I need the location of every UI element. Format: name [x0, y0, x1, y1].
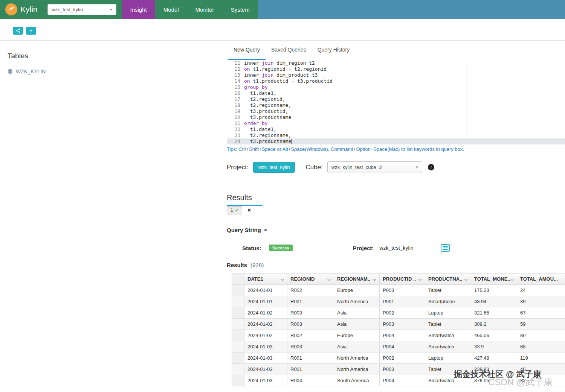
table-cell: 46	[517, 364, 565, 375]
column-header-regionid[interactable]: REGIONID	[287, 273, 334, 285]
table-cell: North America	[334, 352, 380, 364]
table-cell: Tablet	[425, 364, 471, 375]
sql-editor[interactable]: 11inner join dim_region t212on t1.region…	[227, 60, 565, 144]
cube-selector-value: wzk_kylin_test_cube_3	[331, 164, 382, 170]
table-cell: P004	[380, 375, 425, 386]
project-selector[interactable]: wzk_test_kylin ▾	[47, 4, 116, 15]
line-number: 13	[227, 72, 244, 78]
table-cell: Asia	[334, 341, 380, 352]
table-cell: P001	[380, 296, 425, 307]
add-table-button[interactable]: +	[26, 27, 36, 35]
table-cell: 465.06	[471, 330, 517, 341]
code-text: order by	[244, 120, 268, 126]
check-icon: ✓	[235, 208, 238, 213]
project-label: Project:	[227, 164, 249, 171]
status-row: Status: Success Project: wzk_test_kylin	[227, 244, 565, 252]
page-content: Tables WZK_KYLIN New QuerySaved QueriesQ…	[0, 41, 565, 392]
column-header-regionnam[interactable]: REGIONNAM..	[334, 273, 380, 285]
code-text: t2.regionname,	[244, 132, 291, 138]
column-header-total-mone[interactable]: TOTAL_MONE..	[471, 273, 517, 285]
table-row: 2024-01-03R003AsiaP004Smartwatch33.968	[232, 341, 565, 352]
editor-line-19: 19 t3.productid,	[227, 108, 565, 114]
tab-saved-queries[interactable]: Saved Queries	[266, 41, 312, 60]
sort-chevron-icon[interactable]	[327, 277, 331, 281]
sort-chevron-icon[interactable]	[464, 277, 468, 281]
tab-query-history[interactable]: Query History	[312, 41, 356, 60]
column-header-productna[interactable]: PRODUCTNA..	[425, 273, 471, 285]
info-icon[interactable]: i	[428, 164, 434, 170]
line-number: 18	[227, 102, 244, 108]
line-number: 19	[227, 108, 244, 114]
row-handle	[232, 285, 244, 296]
sort-chevron-icon[interactable]	[510, 277, 514, 281]
column-header-date1[interactable]: DATE1	[244, 273, 287, 285]
editor-line-13: 13inner join dim_product t3	[227, 72, 565, 78]
project-badge-button[interactable]: wzk_test_kylin	[253, 162, 295, 173]
tab-new-query[interactable]: New Query	[228, 41, 266, 60]
toolbar: +	[0, 19, 565, 41]
collapse-chevrons-icon: »	[263, 228, 269, 231]
table-row: 2024-01-03R001North AmericaP003Tablet239…	[232, 364, 565, 375]
show-sql-list-icon[interactable]	[441, 244, 450, 252]
nav-item-monitor[interactable]: Monitor	[187, 0, 223, 19]
table-cell: 39	[517, 296, 565, 307]
results-count-label: Results	[227, 262, 247, 268]
table-cell: P004	[380, 330, 425, 341]
column-header-total-amou[interactable]: TOTAL_AMOU...	[517, 273, 565, 285]
table-cell: 67	[517, 307, 565, 319]
editor-line-12: 12on t1.regionid = t2.regionid	[227, 66, 565, 72]
nav-item-insight[interactable]: Insight	[122, 0, 155, 19]
table-item-wzk-kylin[interactable]: WZK_KYLIN	[8, 68, 219, 74]
table-cell: P004	[380, 341, 425, 352]
query-string-label: Query String	[227, 227, 261, 233]
code-text: on t1.productid = t3.productid	[244, 78, 333, 84]
table-cell: 24	[517, 285, 565, 296]
result-tabs-row: 1 ✓ ×	[227, 206, 565, 214]
line-number: 16	[227, 90, 244, 96]
table-cell: Tablet	[425, 285, 471, 296]
code-text: t3.productname	[244, 114, 291, 120]
code-text: on t1.regionid = t2.regionid	[244, 66, 327, 72]
code-text: t1.date1,	[244, 90, 276, 96]
datasource-button[interactable]	[13, 27, 23, 35]
cube-label: Cube:	[305, 164, 322, 171]
sort-chevron-icon[interactable]	[281, 277, 284, 281]
table-cell: R003	[287, 319, 334, 330]
row-handle	[232, 330, 244, 341]
table-cell: Smartwatch	[425, 330, 471, 341]
table-cell: South America	[334, 375, 380, 386]
row-handle	[232, 352, 244, 364]
table-cell: R001	[287, 352, 334, 364]
table-cell: North America	[334, 296, 380, 307]
chevron-down-icon: ▾	[110, 7, 112, 12]
editor-line-14: 14on t1.productid = t3.productid	[227, 78, 565, 84]
table-cell: 48.94	[471, 296, 517, 307]
sort-chevron-icon[interactable]	[418, 277, 422, 281]
result-tab-1[interactable]: 1 ✓	[227, 206, 242, 214]
table-cell: 239.83	[471, 364, 517, 375]
table-cell: Smartwatch	[425, 375, 471, 386]
navbar-spacer	[258, 0, 565, 19]
table-row: 2024-01-03R004South AmericaP004Smartwatc…	[232, 375, 565, 386]
cube-selector[interactable]: wzk_kylin_test_cube_3 ▾	[327, 161, 422, 173]
status-project-label: Project:	[353, 245, 374, 251]
table-cell: 2024-01-02	[244, 330, 287, 341]
line-number: 21	[227, 120, 244, 126]
close-result-tab-icon[interactable]: ×	[247, 207, 251, 213]
row-handle	[232, 296, 244, 307]
table-cell: P003	[380, 285, 425, 296]
sort-chevron-icon[interactable]	[373, 277, 377, 281]
line-number: 11	[227, 60, 244, 66]
table-cell: 2024-01-03	[244, 375, 287, 386]
tables-list: WZK_KYLIN	[8, 68, 219, 74]
nav-item-system[interactable]: System	[223, 0, 258, 19]
nav-item-model[interactable]: Model	[155, 0, 187, 19]
brand[interactable]: Kylin	[0, 0, 43, 19]
column-header-productid[interactable]: PRODUCTID ..	[380, 273, 425, 285]
line-number: 20	[227, 114, 244, 120]
table-cell: North America	[334, 364, 380, 375]
code-text: t2.regionname,	[244, 102, 291, 108]
results-count-value: (928)	[250, 262, 264, 268]
query-string-toggle[interactable]: Query String »	[227, 227, 565, 233]
table-cell: P002	[380, 307, 425, 319]
